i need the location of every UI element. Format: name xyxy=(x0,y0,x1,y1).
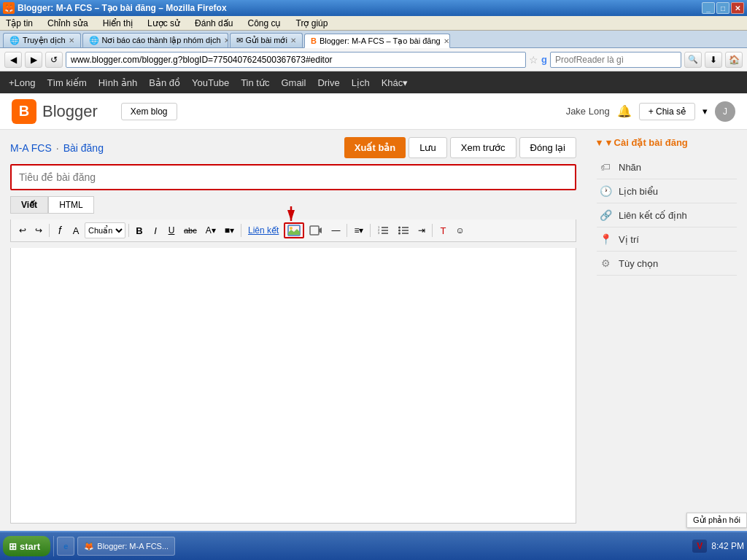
text-color-button[interactable]: A▾ xyxy=(202,222,220,238)
tab-icon-1: 🌐 xyxy=(89,36,99,45)
label-tag-icon: 🏷 xyxy=(600,161,611,173)
bg-color-button[interactable]: ■▾ xyxy=(221,222,238,238)
sidebar-section-title[interactable]: ▾ ▾ Cài đặt bài đăng xyxy=(597,137,737,148)
underline-button[interactable]: U xyxy=(164,222,179,238)
undo-button[interactable]: ↩ xyxy=(15,222,30,238)
gnav-news[interactable]: Tin tức xyxy=(241,77,269,88)
tab-icon-0: 🌐 xyxy=(9,36,20,45)
save-button[interactable]: Lưu xyxy=(409,137,446,158)
user-avatar[interactable]: J xyxy=(715,101,735,122)
sidebar-item-options[interactable]: ⚙ Tùy chọn xyxy=(597,252,737,276)
sidebar-item-schedule[interactable]: 🕐 Lịch biểu xyxy=(597,179,737,203)
image-insert-button[interactable] xyxy=(284,222,304,238)
gnav-maps[interactable]: Bản đồ xyxy=(149,77,180,88)
link-button[interactable]: Liên kết xyxy=(244,222,282,238)
font-family-button[interactable]: f xyxy=(53,222,67,238)
menu-bookmarks[interactable]: Đánh dấu xyxy=(192,18,236,28)
clear-format-button[interactable]: T xyxy=(436,222,450,238)
search-button[interactable]: 🔍 xyxy=(684,52,702,68)
user-name: Jake Long xyxy=(566,106,610,117)
indent-button[interactable]: ⇥ xyxy=(414,222,429,238)
tab-viet[interactable]: Viết xyxy=(10,196,48,214)
gnav-plus-long[interactable]: +Long xyxy=(9,77,36,88)
strikethrough-button[interactable]: abc xyxy=(180,222,201,238)
menu-file[interactable]: Tập tin xyxy=(3,18,36,28)
download-button[interactable]: ⬇ xyxy=(705,52,722,68)
gnav-drive[interactable]: Drive xyxy=(317,77,339,88)
address-bar: ◀ ▶ ↺ ☆ g 🔍 ⬇ 🏠 xyxy=(0,48,747,71)
gnav-gmail[interactable]: Gmail xyxy=(281,77,306,88)
tab-icon-3: B xyxy=(311,36,317,45)
tab-2[interactable]: ✉ Gửi bài mới ✕ xyxy=(230,33,303,47)
main-content: M-A FCS · Bài đăng Xuất bản Lưu Xem trướ… xyxy=(0,130,747,531)
svg-point-16 xyxy=(398,230,400,232)
taskbar-item-ie[interactable]: e xyxy=(57,537,74,556)
forward-button[interactable]: ▶ xyxy=(25,52,42,68)
dropdown-arrow-icon[interactable]: ▾ xyxy=(703,106,708,117)
minimize-button[interactable]: _ xyxy=(702,2,715,14)
action-buttons: Xuất bản Lưu Xem trước Đóng lại xyxy=(344,137,576,158)
font-select[interactable]: Chuẩn xyxy=(85,222,125,238)
gnav-calendar[interactable]: Lịch xyxy=(352,77,370,88)
xem-blog-button[interactable]: Xem blog xyxy=(121,103,177,120)
tab-3[interactable]: B Blogger: M-A FCS – Tạo bài đăng ✕ xyxy=(304,34,450,48)
close-post-button[interactable]: Đóng lại xyxy=(519,137,576,158)
toolbar-separator-3 xyxy=(241,224,241,237)
taskbar-item-firefox[interactable]: 🦊 Blogger: M-A FCS... xyxy=(77,537,175,556)
breadcrumb-blog-link[interactable]: M-A FCS xyxy=(10,142,52,154)
search-input[interactable] xyxy=(550,52,681,68)
gnav-youtube[interactable]: YouTube xyxy=(192,77,229,88)
sidebar-item-label[interactable]: 🏷 Nhãn xyxy=(597,155,737,179)
image-button-wrapper xyxy=(284,222,304,238)
redo-button[interactable]: ↪ xyxy=(31,222,46,238)
share-button[interactable]: + Chia sẻ xyxy=(639,103,695,120)
notification-bell-icon[interactable]: 🔔 xyxy=(617,104,632,118)
preview-button[interactable]: Xem trước xyxy=(450,137,516,158)
system-clock: 8:42 PM xyxy=(711,541,744,551)
sidebar-item-location[interactable]: 📍 Vị trí xyxy=(597,228,737,252)
feedback-button[interactable]: Gửi phản hồi xyxy=(686,513,747,528)
editor-body[interactable] xyxy=(10,248,576,524)
tab-close-1[interactable]: ✕ xyxy=(224,36,228,44)
bold-button[interactable]: B xyxy=(132,222,147,238)
ordered-list-button[interactable]: 1 2 3 xyxy=(374,222,392,238)
gnav-images[interactable]: Hình ảnh xyxy=(98,77,138,88)
menu-edit[interactable]: Chỉnh sửa xyxy=(44,18,91,28)
tab-label-1: Nơi báo cáo thành lập nhóm dịch xyxy=(102,36,221,45)
sidebar-item-schedule-text: Lịch biểu xyxy=(619,186,658,197)
refresh-button[interactable]: ↺ xyxy=(45,52,63,68)
emoji-button[interactable]: ☺ xyxy=(452,222,468,238)
tab-1[interactable]: 🌐 Nơi báo cáo thành lập nhóm dịch ✕ xyxy=(82,33,228,47)
bookmark-star-icon[interactable]: ☆ xyxy=(529,54,538,66)
gnav-more[interactable]: Khác▾ xyxy=(382,77,409,88)
breadcrumb-current[interactable]: Bài đăng xyxy=(63,142,104,154)
align-button[interactable]: ≡▾ xyxy=(350,222,367,238)
menu-view[interactable]: Hiển thị xyxy=(100,18,136,28)
unordered-list-button[interactable] xyxy=(394,222,413,238)
back-button[interactable]: ◀ xyxy=(4,52,22,68)
menu-help[interactable]: Trợ giúp xyxy=(293,18,331,28)
tab-close-2[interactable]: ✕ xyxy=(290,36,296,44)
toolbar-separator-6 xyxy=(432,224,433,237)
address-input[interactable] xyxy=(66,52,526,68)
menu-tools[interactable]: Công cụ xyxy=(244,18,284,28)
video-insert-button[interactable] xyxy=(306,222,326,238)
tab-html[interactable]: HTML xyxy=(48,196,94,214)
home-button[interactable]: 🏠 xyxy=(725,52,743,68)
post-title-input[interactable] xyxy=(10,164,576,190)
tab-0[interactable]: 🌐 Truyện dịch ✕ xyxy=(3,33,81,47)
gnav-search[interactable]: Tìm kiếm xyxy=(47,77,87,88)
svg-text:3: 3 xyxy=(378,231,380,235)
sidebar-item-permalink[interactable]: 🔗 Liên kết cố định xyxy=(597,203,737,228)
close-button[interactable]: ✕ xyxy=(731,2,744,14)
publish-button[interactable]: Xuất bản xyxy=(344,137,406,158)
tab-close-3[interactable]: ✕ xyxy=(444,37,449,45)
maximize-button[interactable]: □ xyxy=(716,2,729,14)
font-size-button[interactable]: A xyxy=(69,222,83,238)
sidebar-item-permalink-text: Liên kết cố định xyxy=(619,210,687,221)
jump-break-button[interactable]: — xyxy=(328,222,344,238)
italic-button[interactable]: I xyxy=(148,222,163,238)
start-button[interactable]: ⊞ start xyxy=(3,536,50,556)
tab-close-0[interactable]: ✕ xyxy=(69,36,74,44)
menu-history[interactable]: Lược sử xyxy=(144,18,183,28)
